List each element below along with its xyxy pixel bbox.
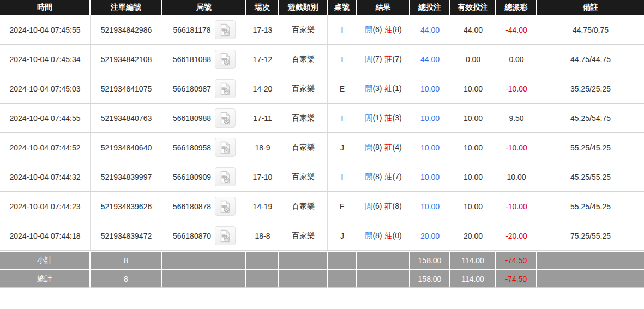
table-no-cell: I — [328, 15, 357, 45]
total-bet-cell: 10.00 — [410, 133, 450, 162]
total-bet-cell: 44.00 — [410, 15, 450, 45]
table-row: 2024-10-04 07:44:18 521934839472 5661808… — [0, 221, 644, 251]
video-file-icon — [219, 23, 232, 37]
remark-cell: 35.25/25.25 — [537, 74, 644, 104]
col-header-payout: 總派彩 — [496, 0, 537, 15]
video-replay-button[interactable] — [215, 108, 236, 128]
session-cell: 14-20 — [246, 74, 279, 104]
result-banker-label: 莊 — [385, 231, 393, 240]
result-player-label: 閒 — [365, 143, 372, 152]
session-cell: 18-8 — [246, 221, 279, 251]
table-row: 2024-10-04 07:45:03 521934841075 5661809… — [0, 74, 644, 104]
result-banker-label: 莊 — [385, 172, 393, 181]
remark-cell: 55.25/45.25 — [537, 192, 644, 221]
result-cell: 閒(1)莊(3) — [357, 104, 410, 133]
col-header-table-no: 桌號 — [328, 0, 357, 15]
col-header-session: 場次 — [246, 0, 279, 15]
table-row: 2024-10-04 07:44:52 521934840640 5661809… — [0, 133, 644, 162]
payout-cell: 0.00 — [496, 45, 537, 74]
video-file-icon — [219, 82, 232, 95]
result-player-label: 閒 — [365, 54, 372, 63]
grand-total-count: 8 — [91, 270, 162, 288]
bet-no-cell: 521934839997 — [91, 162, 162, 192]
payout-cell: -10.00 — [496, 74, 537, 104]
result-cell: 閒(8)莊(4) — [357, 133, 410, 162]
time-cell: 2024-10-04 07:45:34 — [0, 45, 91, 74]
grand-total-valid-bet: 114.00 — [450, 270, 496, 288]
subtotal-row: 小計 8 158.00 114.00 -74.50 — [0, 251, 644, 270]
result-player-points: (7) — [372, 54, 382, 63]
round-no: 566180987 — [173, 84, 211, 93]
bet-no-cell: 521934840640 — [91, 133, 162, 162]
table-body: 2024-10-04 07:45:55 521934842986 5661811… — [0, 15, 644, 251]
result-player-label: 閒 — [365, 202, 372, 210]
total-bet-cell: 44.00 — [410, 45, 450, 74]
result-banker-points: (0) — [393, 231, 402, 240]
round-no-cell: 566180870 — [162, 221, 246, 251]
bet-records-table: 時間 注單編號 局號 場次 遊戲類別 桌號 結果 總投注 有效投注 總派彩 備註… — [0, 0, 644, 288]
result-cell: 閒(8)莊(0) — [357, 221, 410, 251]
game-type-cell: 百家樂 — [279, 133, 328, 162]
grand-total-total-bet: 158.00 — [410, 270, 450, 288]
bet-no-cell: 521934840763 — [91, 104, 162, 133]
table-no-cell: J — [328, 221, 357, 251]
valid-bet-cell: 10.00 — [450, 192, 496, 221]
video-replay-button[interactable] — [215, 20, 236, 39]
total-bet-cell: 10.00 — [410, 162, 450, 192]
video-file-icon — [219, 112, 232, 125]
result-player-points: (6) — [372, 25, 382, 34]
result-banker-points: (7) — [393, 54, 402, 63]
result-banker-points: (4) — [393, 143, 402, 152]
round-no-cell: 566180987 — [162, 74, 246, 104]
total-bet-cell: 10.00 — [410, 104, 450, 133]
col-header-time: 時間 — [0, 0, 91, 15]
remark-cell: 45.25/55.25 — [537, 162, 644, 192]
total-bet-cell: 10.00 — [410, 192, 450, 221]
game-type-cell: 百家樂 — [279, 45, 328, 74]
video-replay-button[interactable] — [215, 138, 236, 157]
result-player-points: (8) — [372, 231, 382, 240]
payout-cell: 9.50 — [496, 104, 537, 133]
table-no-cell: I — [328, 162, 357, 192]
grand-total-label: 總計 — [0, 270, 91, 288]
result-player-points: (8) — [372, 143, 382, 152]
result-cell: 閒(7)莊(7) — [357, 45, 410, 74]
result-banker-label: 莊 — [385, 113, 393, 122]
remark-cell: 75.25/55.25 — [537, 221, 644, 251]
video-replay-button[interactable] — [215, 50, 236, 69]
table-row: 2024-10-04 07:44:23 521934839626 5661808… — [0, 192, 644, 221]
session-cell: 17-11 — [246, 104, 279, 133]
video-file-icon — [219, 171, 232, 184]
time-cell: 2024-10-04 07:45:55 — [0, 15, 91, 45]
round-no: 566180909 — [173, 173, 211, 181]
time-cell: 2024-10-04 07:44:18 — [0, 221, 91, 251]
round-no: 566180958 — [173, 143, 211, 152]
round-no-cell: 566180988 — [162, 104, 246, 133]
round-no: 566180878 — [173, 202, 211, 211]
payout-cell: -20.00 — [496, 221, 537, 251]
result-banker-label: 莊 — [385, 25, 393, 34]
subtotal-count: 8 — [91, 251, 162, 270]
subtotal-valid-bet: 114.00 — [450, 251, 496, 270]
session-cell: 18-9 — [246, 133, 279, 162]
table-row: 2024-10-04 07:45:34 521934842108 5661810… — [0, 45, 644, 74]
table-footer: 小計 8 158.00 114.00 -74.50 總計 8 158.00 11… — [0, 251, 644, 288]
valid-bet-cell: 10.00 — [450, 74, 496, 104]
video-replay-button[interactable] — [215, 226, 236, 245]
round-no-cell: 566180878 — [162, 192, 246, 221]
result-banker-points: (3) — [393, 113, 402, 122]
game-type-cell: 百家樂 — [279, 192, 328, 221]
game-type-cell: 百家樂 — [279, 74, 328, 104]
video-replay-button[interactable] — [215, 167, 236, 186]
session-cell: 14-19 — [246, 192, 279, 221]
remark-cell: 44.75/44.75 — [537, 45, 644, 74]
video-replay-button[interactable] — [215, 197, 236, 216]
result-player-label: 閒 — [365, 231, 372, 240]
bet-no-cell: 521934841075 — [91, 74, 162, 104]
video-replay-button[interactable] — [215, 79, 236, 98]
result-banker-label: 莊 — [385, 84, 393, 93]
bet-no-cell: 521934842108 — [91, 45, 162, 74]
subtotal-label: 小計 — [0, 251, 91, 270]
round-no: 566180870 — [173, 232, 211, 240]
video-file-icon — [219, 141, 232, 154]
